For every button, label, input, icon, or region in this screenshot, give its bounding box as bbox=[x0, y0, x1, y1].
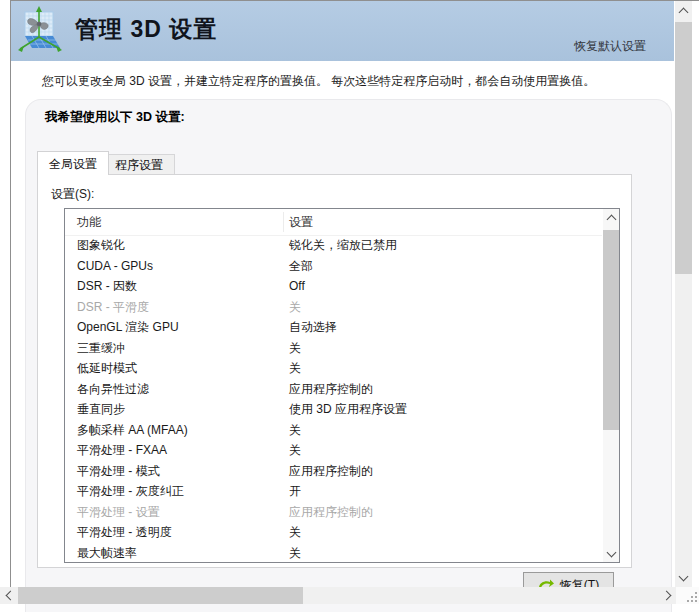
feature-name: 各向异性过滤 bbox=[77, 380, 149, 397]
settings-row[interactable]: 低延时模式 关 bbox=[65, 358, 602, 379]
chevron-down-icon bbox=[606, 547, 616, 557]
page-scroll-right-button[interactable] bbox=[659, 587, 676, 604]
feature-name: DSR - 因数 bbox=[77, 278, 137, 295]
feature-value: Off bbox=[289, 279, 305, 293]
column-divider[interactable] bbox=[283, 212, 284, 232]
section-label: 我希望使用以下 3D 设置: bbox=[45, 109, 185, 126]
feature-value: 关 bbox=[289, 421, 301, 438]
settings-row[interactable]: 最大帧速率 关 bbox=[65, 543, 602, 563]
settings-row[interactable]: 三重缓冲 关 bbox=[65, 338, 602, 359]
page-horizontal-scrollbar[interactable] bbox=[0, 587, 676, 604]
settings-row[interactable]: DSR - 因数 Off bbox=[65, 276, 602, 297]
page-scroll-up-button[interactable] bbox=[675, 2, 692, 19]
chevron-right-icon bbox=[662, 591, 672, 601]
settings-row[interactable]: 图象锐化 锐化关，缩放已禁用 bbox=[65, 235, 602, 256]
settings-list-header[interactable]: 功能 设置 bbox=[65, 209, 602, 236]
settings-list-body: 图象锐化 锐化关，缩放已禁用 CUDA - GPUs 全部 DSR - 因数 O… bbox=[65, 235, 602, 562]
feature-value: 关 bbox=[289, 524, 301, 541]
column-header-setting[interactable]: 设置 bbox=[289, 209, 313, 235]
settings-row[interactable]: 垂直同步 使用 3D 应用程序设置 bbox=[65, 399, 602, 420]
feature-name: DSR - 平滑度 bbox=[77, 298, 149, 315]
chevron-down-icon bbox=[679, 571, 689, 581]
feature-name: 多帧采样 AA (MFAA) bbox=[77, 421, 188, 438]
feature-value: 锐化关，缩放已禁用 bbox=[289, 237, 397, 254]
page-vertical-scrollbar[interactable] bbox=[675, 1, 692, 587]
chevron-left-icon bbox=[6, 591, 16, 601]
feature-name: 平滑处理 - 设置 bbox=[77, 503, 160, 520]
feature-value: 关 bbox=[289, 339, 301, 356]
feature-value: 关 bbox=[289, 544, 301, 561]
page-vscrollbar-thumb[interactable] bbox=[675, 22, 692, 274]
feature-name: 平滑处理 - 灰度纠正 bbox=[77, 483, 184, 500]
feature-name: 垂直同步 bbox=[77, 401, 125, 418]
feature-value: 全部 bbox=[289, 257, 313, 274]
page-header: 管理 3D 设置 恢复默认设置 bbox=[11, 1, 674, 61]
settings-listbox: 功能 设置 图象锐化 锐化关，缩放已禁用 CUDA - GPUs 全部 DSR … bbox=[64, 208, 620, 563]
settings-row[interactable]: 各向异性过滤 应用程序控制的 bbox=[65, 379, 602, 400]
feature-value: 开 bbox=[289, 483, 301, 500]
pane-left-border bbox=[10, 0, 11, 587]
settings-row[interactable]: DSR - 平滑度 关 bbox=[65, 297, 602, 318]
feature-name: 最大帧速率 bbox=[77, 544, 137, 561]
settings-row[interactable]: 平滑处理 - 设置 应用程序控制的 bbox=[65, 502, 602, 523]
feature-value: 应用程序控制的 bbox=[289, 380, 373, 397]
settings-row[interactable]: 平滑处理 - 模式 应用程序控制的 bbox=[65, 461, 602, 482]
settings-row[interactable]: CUDA - GPUs 全部 bbox=[65, 256, 602, 277]
chevron-up-icon bbox=[679, 7, 689, 17]
scrollbar-corner bbox=[676, 587, 699, 604]
settings-row[interactable]: 平滑处理 - FXAA 关 bbox=[65, 440, 602, 461]
settings-row[interactable]: OpenGL 渲染 GPU 自动选择 bbox=[65, 317, 602, 338]
feature-name: 低延时模式 bbox=[77, 360, 137, 377]
manage-3d-settings-page: 管理 3D 设置 恢复默认设置 您可以更改全局 3D 设置，并建立特定程序的置换… bbox=[0, 0, 699, 612]
feature-value: 关 bbox=[289, 298, 301, 315]
tab-global-settings[interactable]: 全局设置 bbox=[37, 151, 109, 175]
feature-name: OpenGL 渲染 GPU bbox=[77, 319, 179, 336]
resize-grip-icon[interactable] bbox=[685, 590, 697, 602]
chevron-up-icon bbox=[606, 214, 616, 224]
feature-value: 关 bbox=[289, 360, 301, 377]
3d-settings-icon bbox=[18, 6, 62, 56]
feature-name: 平滑处理 - FXAA bbox=[77, 442, 167, 459]
feature-name: CUDA - GPUs bbox=[77, 259, 153, 273]
list-scroll-up-button[interactable] bbox=[603, 209, 619, 226]
page-scroll-left-button[interactable] bbox=[1, 587, 18, 604]
page-scroll-down-button[interactable] bbox=[675, 569, 692, 586]
settings-list-label: 设置(S): bbox=[51, 186, 94, 203]
list-scrollbar[interactable] bbox=[603, 209, 619, 562]
feature-name: 平滑处理 - 模式 bbox=[77, 462, 160, 479]
settings-row[interactable]: 多帧采样 AA (MFAA) 关 bbox=[65, 420, 602, 441]
feature-value: 使用 3D 应用程序设置 bbox=[289, 401, 407, 418]
page-description: 您可以更改全局 3D 设置，并建立特定程序的置换值。 每次这些特定程序启动时，都… bbox=[42, 73, 642, 90]
feature-name: 平滑处理 - 透明度 bbox=[77, 524, 172, 541]
feature-value: 关 bbox=[289, 442, 301, 459]
global-settings-tabpage: 设置(S): 功能 设置 图象锐化 锐化关，缩放已禁用 CUDA - GPUs … bbox=[37, 174, 632, 568]
settings-row[interactable]: 平滑处理 - 灰度纠正 开 bbox=[65, 481, 602, 502]
feature-value: 应用程序控制的 bbox=[289, 462, 373, 479]
restore-defaults-link[interactable]: 恢复默认设置 bbox=[574, 38, 646, 55]
feature-value: 应用程序控制的 bbox=[289, 503, 373, 520]
page-title: 管理 3D 设置 bbox=[75, 14, 217, 45]
list-scroll-down-button[interactable] bbox=[603, 545, 619, 562]
column-header-feature[interactable]: 功能 bbox=[77, 209, 101, 235]
page-hscrollbar-thumb[interactable] bbox=[18, 587, 303, 604]
feature-name: 图象锐化 bbox=[77, 237, 125, 254]
settings-row[interactable]: 平滑处理 - 透明度 关 bbox=[65, 522, 602, 543]
list-scrollbar-thumb[interactable] bbox=[603, 230, 619, 430]
feature-value: 自动选择 bbox=[289, 319, 337, 336]
tab-program-settings[interactable]: 程序设置 bbox=[103, 154, 175, 175]
feature-name: 三重缓冲 bbox=[77, 339, 125, 356]
